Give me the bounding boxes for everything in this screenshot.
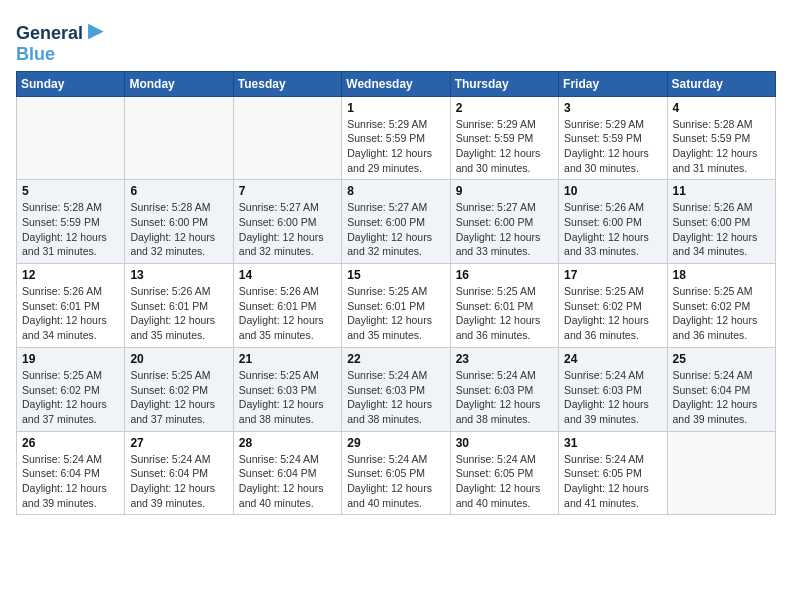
calendar-cell: 5Sunrise: 5:28 AM Sunset: 5:59 PM Daylig…: [17, 180, 125, 264]
day-number: 6: [130, 184, 227, 198]
calendar-cell: 4Sunrise: 5:28 AM Sunset: 5:59 PM Daylig…: [667, 96, 775, 180]
day-info: Sunrise: 5:26 AM Sunset: 6:01 PM Dayligh…: [239, 284, 336, 343]
day-number: 1: [347, 101, 444, 115]
calendar-cell: 8Sunrise: 5:27 AM Sunset: 6:00 PM Daylig…: [342, 180, 450, 264]
day-info: Sunrise: 5:29 AM Sunset: 5:59 PM Dayligh…: [456, 117, 553, 176]
day-header-monday: Monday: [125, 71, 233, 96]
day-info: Sunrise: 5:24 AM Sunset: 6:03 PM Dayligh…: [347, 368, 444, 427]
calendar-cell: [233, 96, 341, 180]
day-header-tuesday: Tuesday: [233, 71, 341, 96]
day-header-wednesday: Wednesday: [342, 71, 450, 96]
day-number: 9: [456, 184, 553, 198]
day-info: Sunrise: 5:24 AM Sunset: 6:05 PM Dayligh…: [456, 452, 553, 511]
calendar-cell: 20Sunrise: 5:25 AM Sunset: 6:02 PM Dayli…: [125, 347, 233, 431]
day-number: 19: [22, 352, 119, 366]
day-number: 5: [22, 184, 119, 198]
calendar-cell: 9Sunrise: 5:27 AM Sunset: 6:00 PM Daylig…: [450, 180, 558, 264]
day-number: 17: [564, 268, 661, 282]
day-info: Sunrise: 5:24 AM Sunset: 6:03 PM Dayligh…: [564, 368, 661, 427]
day-info: Sunrise: 5:25 AM Sunset: 6:01 PM Dayligh…: [347, 284, 444, 343]
logo: General► Blue: [16, 16, 109, 63]
calendar-cell: 6Sunrise: 5:28 AM Sunset: 6:00 PM Daylig…: [125, 180, 233, 264]
calendar-cell: 10Sunrise: 5:26 AM Sunset: 6:00 PM Dayli…: [559, 180, 667, 264]
day-number: 23: [456, 352, 553, 366]
day-info: Sunrise: 5:25 AM Sunset: 6:02 PM Dayligh…: [130, 368, 227, 427]
calendar-cell: 7Sunrise: 5:27 AM Sunset: 6:00 PM Daylig…: [233, 180, 341, 264]
calendar-cell: 31Sunrise: 5:24 AM Sunset: 6:05 PM Dayli…: [559, 431, 667, 515]
day-number: 31: [564, 436, 661, 450]
calendar-cell: 15Sunrise: 5:25 AM Sunset: 6:01 PM Dayli…: [342, 264, 450, 348]
calendar-week-row: 5Sunrise: 5:28 AM Sunset: 5:59 PM Daylig…: [17, 180, 776, 264]
day-number: 10: [564, 184, 661, 198]
day-number: 18: [673, 268, 770, 282]
calendar-cell: 28Sunrise: 5:24 AM Sunset: 6:04 PM Dayli…: [233, 431, 341, 515]
day-info: Sunrise: 5:26 AM Sunset: 6:00 PM Dayligh…: [564, 200, 661, 259]
day-header-saturday: Saturday: [667, 71, 775, 96]
day-info: Sunrise: 5:24 AM Sunset: 6:05 PM Dayligh…: [347, 452, 444, 511]
day-info: Sunrise: 5:27 AM Sunset: 6:00 PM Dayligh…: [456, 200, 553, 259]
day-number: 7: [239, 184, 336, 198]
day-header-friday: Friday: [559, 71, 667, 96]
day-info: Sunrise: 5:25 AM Sunset: 6:01 PM Dayligh…: [456, 284, 553, 343]
calendar-cell: [17, 96, 125, 180]
calendar-cell: 22Sunrise: 5:24 AM Sunset: 6:03 PM Dayli…: [342, 347, 450, 431]
day-info: Sunrise: 5:24 AM Sunset: 6:04 PM Dayligh…: [130, 452, 227, 511]
header: General► Blue: [16, 16, 776, 63]
day-info: Sunrise: 5:27 AM Sunset: 6:00 PM Dayligh…: [239, 200, 336, 259]
day-number: 11: [673, 184, 770, 198]
calendar-cell: 13Sunrise: 5:26 AM Sunset: 6:01 PM Dayli…: [125, 264, 233, 348]
day-info: Sunrise: 5:26 AM Sunset: 6:01 PM Dayligh…: [130, 284, 227, 343]
day-info: Sunrise: 5:25 AM Sunset: 6:02 PM Dayligh…: [22, 368, 119, 427]
day-info: Sunrise: 5:25 AM Sunset: 6:03 PM Dayligh…: [239, 368, 336, 427]
calendar-cell: 2Sunrise: 5:29 AM Sunset: 5:59 PM Daylig…: [450, 96, 558, 180]
day-header-sunday: Sunday: [17, 71, 125, 96]
day-number: 26: [22, 436, 119, 450]
calendar-cell: 24Sunrise: 5:24 AM Sunset: 6:03 PM Dayli…: [559, 347, 667, 431]
day-number: 16: [456, 268, 553, 282]
day-info: Sunrise: 5:28 AM Sunset: 6:00 PM Dayligh…: [130, 200, 227, 259]
calendar-cell: [125, 96, 233, 180]
calendar-cell: 29Sunrise: 5:24 AM Sunset: 6:05 PM Dayli…: [342, 431, 450, 515]
calendar-week-row: 19Sunrise: 5:25 AM Sunset: 6:02 PM Dayli…: [17, 347, 776, 431]
calendar-week-row: 1Sunrise: 5:29 AM Sunset: 5:59 PM Daylig…: [17, 96, 776, 180]
calendar-cell: 30Sunrise: 5:24 AM Sunset: 6:05 PM Dayli…: [450, 431, 558, 515]
day-info: Sunrise: 5:24 AM Sunset: 6:03 PM Dayligh…: [456, 368, 553, 427]
day-number: 2: [456, 101, 553, 115]
day-number: 4: [673, 101, 770, 115]
day-number: 24: [564, 352, 661, 366]
logo-text: General►: [16, 16, 109, 45]
day-info: Sunrise: 5:27 AM Sunset: 6:00 PM Dayligh…: [347, 200, 444, 259]
day-number: 21: [239, 352, 336, 366]
calendar-cell: 14Sunrise: 5:26 AM Sunset: 6:01 PM Dayli…: [233, 264, 341, 348]
calendar-cell: 21Sunrise: 5:25 AM Sunset: 6:03 PM Dayli…: [233, 347, 341, 431]
day-info: Sunrise: 5:25 AM Sunset: 6:02 PM Dayligh…: [673, 284, 770, 343]
calendar-header-row: SundayMondayTuesdayWednesdayThursdayFrid…: [17, 71, 776, 96]
day-number: 20: [130, 352, 227, 366]
day-number: 15: [347, 268, 444, 282]
day-number: 13: [130, 268, 227, 282]
calendar-cell: 19Sunrise: 5:25 AM Sunset: 6:02 PM Dayli…: [17, 347, 125, 431]
calendar-cell: 3Sunrise: 5:29 AM Sunset: 5:59 PM Daylig…: [559, 96, 667, 180]
day-number: 25: [673, 352, 770, 366]
day-info: Sunrise: 5:26 AM Sunset: 6:00 PM Dayligh…: [673, 200, 770, 259]
day-info: Sunrise: 5:29 AM Sunset: 5:59 PM Dayligh…: [564, 117, 661, 176]
day-number: 27: [130, 436, 227, 450]
calendar-cell: 25Sunrise: 5:24 AM Sunset: 6:04 PM Dayli…: [667, 347, 775, 431]
logo-blue: Blue: [16, 45, 109, 63]
calendar-cell: 11Sunrise: 5:26 AM Sunset: 6:00 PM Dayli…: [667, 180, 775, 264]
calendar: SundayMondayTuesdayWednesdayThursdayFrid…: [16, 71, 776, 516]
day-number: 22: [347, 352, 444, 366]
day-info: Sunrise: 5:25 AM Sunset: 6:02 PM Dayligh…: [564, 284, 661, 343]
day-info: Sunrise: 5:26 AM Sunset: 6:01 PM Dayligh…: [22, 284, 119, 343]
calendar-week-row: 12Sunrise: 5:26 AM Sunset: 6:01 PM Dayli…: [17, 264, 776, 348]
day-info: Sunrise: 5:24 AM Sunset: 6:05 PM Dayligh…: [564, 452, 661, 511]
day-info: Sunrise: 5:24 AM Sunset: 6:04 PM Dayligh…: [22, 452, 119, 511]
day-number: 29: [347, 436, 444, 450]
day-info: Sunrise: 5:28 AM Sunset: 5:59 PM Dayligh…: [673, 117, 770, 176]
calendar-cell: 17Sunrise: 5:25 AM Sunset: 6:02 PM Dayli…: [559, 264, 667, 348]
day-number: 12: [22, 268, 119, 282]
calendar-cell: 12Sunrise: 5:26 AM Sunset: 6:01 PM Dayli…: [17, 264, 125, 348]
calendar-cell: 23Sunrise: 5:24 AM Sunset: 6:03 PM Dayli…: [450, 347, 558, 431]
day-info: Sunrise: 5:24 AM Sunset: 6:04 PM Dayligh…: [239, 452, 336, 511]
calendar-cell: 16Sunrise: 5:25 AM Sunset: 6:01 PM Dayli…: [450, 264, 558, 348]
